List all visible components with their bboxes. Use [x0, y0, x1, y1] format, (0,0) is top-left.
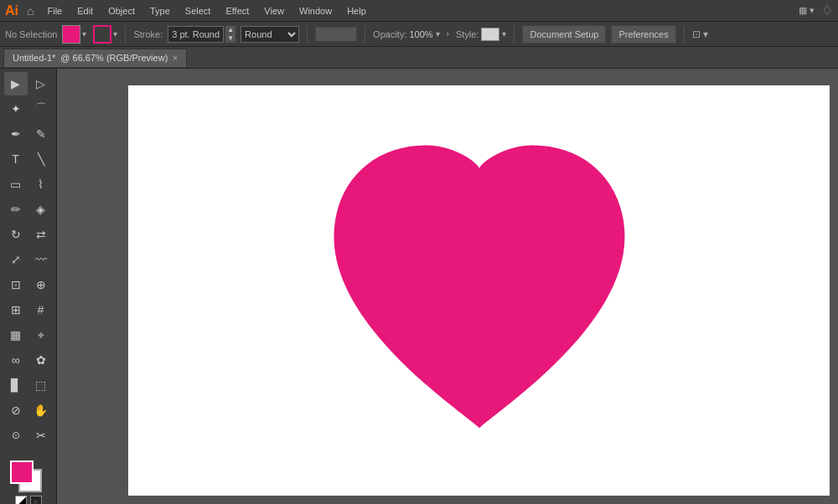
style-area: Style: ▾	[456, 28, 507, 41]
slice-tool[interactable]: ⊘	[4, 399, 28, 422]
fill-area: ▾	[62, 25, 86, 44]
style-swatch[interactable]	[481, 28, 499, 41]
transform-icon[interactable]: ⊡ ▾	[692, 28, 708, 40]
zoom-tool[interactable]: ⊙	[4, 424, 28, 447]
artboard	[128, 85, 830, 496]
stroke-icon[interactable]	[93, 25, 111, 44]
tab-close-button[interactable]: ×	[173, 54, 178, 63]
main-layout: ▶ ▷ ✦ ⌒ ✒ ✎ T ╲ ▭ ⌇ ✏ ◈ ↻ ⇄ ⤢ 〰	[0, 69, 838, 504]
tool-row-8: ⤢ 〰	[2, 248, 54, 271]
canvas-area	[57, 69, 838, 504]
preferences-button[interactable]: Preferences	[611, 25, 675, 44]
fill-swatch[interactable]	[62, 25, 80, 44]
pencil-tool[interactable]: ✏	[4, 198, 28, 221]
tool-row-4: T ╲	[2, 147, 54, 171]
menu-select[interactable]: Select	[178, 4, 218, 18]
stroke-color-bar	[315, 27, 357, 42]
sep2	[307, 26, 308, 43]
tool-row-13: ▊ ⬚	[2, 373, 54, 397]
options-toolbar: No Selection ▾ ▾ Stroke: 3 pt. Round ▲ ▼…	[0, 22, 838, 47]
color-area: ○	[2, 457, 54, 504]
shape-builder-tool[interactable]: ⊕	[29, 273, 53, 296]
scissors-tool[interactable]: ✂	[29, 424, 53, 447]
direct-selection-tool[interactable]: ▷	[29, 72, 53, 95]
tool-row-11: ▦ ⌖	[2, 323, 54, 347]
blend-tool[interactable]: ∞	[4, 348, 28, 372]
eyedropper-tool[interactable]: ⌖	[29, 323, 53, 347]
app-logo: Ai	[5, 3, 18, 18]
stroke-down[interactable]: ▼	[225, 34, 235, 43]
foreground-color-box[interactable]	[10, 460, 34, 484]
type-tool[interactable]: T	[4, 147, 28, 171]
menu-effect[interactable]: Effect	[219, 4, 256, 18]
tool-row-3: ✒ ✎	[2, 122, 54, 146]
stroke-spinners[interactable]: ▲ ▼	[225, 26, 235, 43]
sep3	[365, 26, 365, 43]
menu-view[interactable]: View	[257, 4, 291, 18]
lasso-tool[interactable]: ⌒	[29, 97, 53, 121]
default-colors-icon[interactable]: ○	[30, 496, 42, 504]
tool-row-7: ↻ ⇄	[2, 223, 54, 246]
home-icon[interactable]: ⌂	[27, 4, 34, 18]
tool-row-1: ▶ ▷	[2, 72, 54, 95]
perspective-tool[interactable]: ⊞	[4, 298, 28, 321]
warp-tool[interactable]: 〰	[29, 248, 53, 271]
workspace-switcher[interactable]: ▦ ▾	[799, 5, 815, 16]
free-transform-tool[interactable]: ⊡	[4, 273, 28, 296]
hand-tool[interactable]: ✋	[29, 399, 53, 422]
artboard-tool[interactable]: ⬚	[29, 373, 53, 397]
magic-wand-tool[interactable]: ✦	[4, 97, 28, 121]
opacity-area: Opacity: 100% ▾	[373, 29, 440, 39]
eraser-tool[interactable]: ◈	[29, 198, 53, 221]
document-tab[interactable]: Untitled-1* @ 66.67% (RGB/Preview) ×	[3, 49, 187, 67]
sep4	[514, 26, 515, 43]
selection-tool[interactable]: ▶	[4, 72, 28, 95]
menu-type[interactable]: Type	[143, 4, 177, 18]
expand-chevron[interactable]: ›	[447, 29, 449, 39]
document-setup-button[interactable]: Document Setup	[522, 25, 606, 44]
tool-row-9: ⊡ ⊕	[2, 273, 54, 296]
paintbrush-tool[interactable]: ⌇	[29, 172, 53, 196]
rectangle-tool[interactable]: ▭	[4, 172, 28, 196]
tab-title: Untitled-1*	[13, 53, 55, 63]
menu-file[interactable]: File	[40, 4, 69, 18]
menu-object[interactable]: Object	[101, 4, 142, 18]
color-mode-row: ○	[5, 496, 51, 504]
tool-row-6: ✏ ◈	[2, 198, 54, 221]
scale-tool[interactable]: ⤢	[4, 248, 28, 271]
heart-svg	[287, 115, 672, 466]
style-chevron[interactable]: ▾	[502, 29, 506, 39]
menu-edit[interactable]: Edit	[70, 4, 100, 18]
tool-row-12: ∞ ✿	[2, 348, 54, 372]
add-anchor-tool[interactable]: ✎	[29, 122, 53, 146]
stroke-cap-select[interactable]: Round Butt Square	[241, 26, 299, 43]
tool-row-2: ✦ ⌒	[2, 97, 54, 121]
pen-tool[interactable]: ✒	[4, 122, 28, 146]
stroke-icon-chevron[interactable]: ▾	[113, 29, 117, 39]
notification-icon[interactable]: ♢	[821, 3, 833, 18]
fill-chevron[interactable]: ▾	[82, 29, 86, 39]
menu-window[interactable]: Window	[292, 4, 339, 18]
mesh-tool[interactable]: #	[29, 298, 53, 321]
tool-row-5: ▭ ⌇	[2, 172, 54, 196]
opacity-chevron[interactable]: ▾	[436, 29, 440, 39]
style-label: Style:	[456, 29, 479, 39]
stroke-up[interactable]: ▲	[225, 26, 235, 34]
tool-row-10: ⊞ #	[2, 298, 54, 321]
swap-colors-icon[interactable]	[15, 496, 27, 504]
stroke-weight-display: 3 pt. Round	[172, 29, 220, 39]
reflect-tool[interactable]: ⇄	[29, 223, 53, 246]
symbol-tool[interactable]: ✿	[29, 348, 53, 372]
line-tool[interactable]: ╲	[29, 147, 53, 171]
graph-tool[interactable]: ▊	[4, 373, 28, 397]
sep5	[684, 26, 685, 43]
gradient-tool[interactable]: ▦	[4, 323, 28, 347]
stroke-icon-area: ▾	[93, 25, 117, 44]
menu-help[interactable]: Help	[340, 4, 373, 18]
tab-info: @ 66.67% (RGB/Preview)	[60, 53, 168, 63]
opacity-value: 100%	[409, 29, 432, 39]
opacity-label: Opacity:	[373, 29, 406, 39]
tool-row-14: ⊘ ✋	[2, 399, 54, 422]
tab-bar: Untitled-1* @ 66.67% (RGB/Preview) ×	[0, 47, 838, 69]
rotate-tool[interactable]: ↻	[4, 223, 28, 246]
